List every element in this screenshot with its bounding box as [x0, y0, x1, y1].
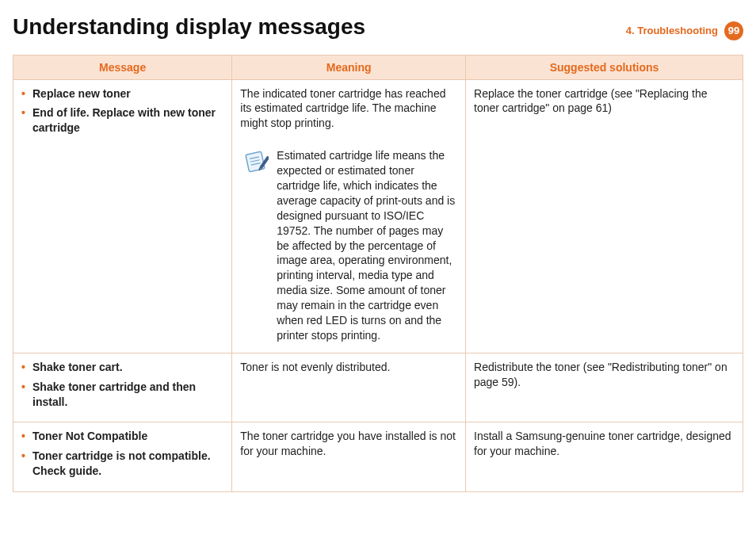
note-text: Estimated cartridge life means the expec… [277, 148, 456, 343]
message-item: Toner cartridge is not compatible. Check… [21, 449, 223, 479]
page-number-badge: 99 [724, 21, 743, 40]
cell-message: Shake toner cart. Shake toner cartridge … [13, 353, 232, 422]
table-row: Replace new toner End of life. Replace w… [13, 79, 743, 353]
message-item: End of life. Replace with new toner cart… [21, 105, 223, 136]
col-header-message: Message [13, 55, 232, 79]
cell-message: Toner Not Compatible Toner cartridge is … [13, 422, 232, 492]
messages-table: Message Meaning Suggested solutions Repl… [13, 55, 743, 493]
table-row: Shake toner cart. Shake toner cartridge … [13, 353, 743, 422]
page-header: Understanding display messages 4. Troubl… [13, 14, 743, 40]
page-title: Understanding display messages [13, 14, 365, 40]
cell-meaning: The indicated toner cartridge has reache… [232, 79, 466, 353]
table-row: Toner Not Compatible Toner cartridge is … [13, 422, 743, 492]
cell-meaning: The toner cartridge you have installed i… [232, 422, 466, 492]
section-label: 4. Troubleshooting [626, 25, 718, 36]
message-item: Shake toner cart. [21, 360, 223, 375]
cell-solution: Install a Samsung-genuine toner cartridg… [466, 422, 743, 492]
cell-meaning: Toner is not evenly distributed. [232, 353, 466, 422]
message-item: Toner Not Compatible [21, 429, 223, 444]
breadcrumb: 4. Troubleshooting 99 [626, 21, 743, 40]
message-list: Shake toner cart. Shake toner cartridge … [21, 360, 223, 410]
col-header-meaning: Meaning [232, 55, 466, 79]
note-icon [242, 150, 269, 178]
cell-message: Replace new toner End of life. Replace w… [13, 79, 232, 353]
message-list: Replace new toner End of life. Replace w… [21, 86, 223, 136]
message-item: Shake toner cartridge and then install. [21, 380, 223, 410]
cell-solution: Redistribute the toner (see "Redistribut… [466, 353, 743, 422]
cell-solution: Replace the toner cartridge (see "Replac… [466, 79, 743, 353]
message-list: Toner Not Compatible Toner cartridge is … [21, 429, 223, 479]
col-header-solutions: Suggested solutions [466, 55, 743, 79]
document-page: Understanding display messages 4. Troubl… [0, 0, 756, 508]
meaning-text: The indicated toner cartridge has reache… [240, 86, 457, 132]
svg-rect-0 [246, 151, 265, 172]
message-item: Replace new toner [21, 86, 223, 101]
info-note: Estimated cartridge life means the expec… [240, 145, 457, 345]
table-header-row: Message Meaning Suggested solutions [13, 55, 743, 79]
